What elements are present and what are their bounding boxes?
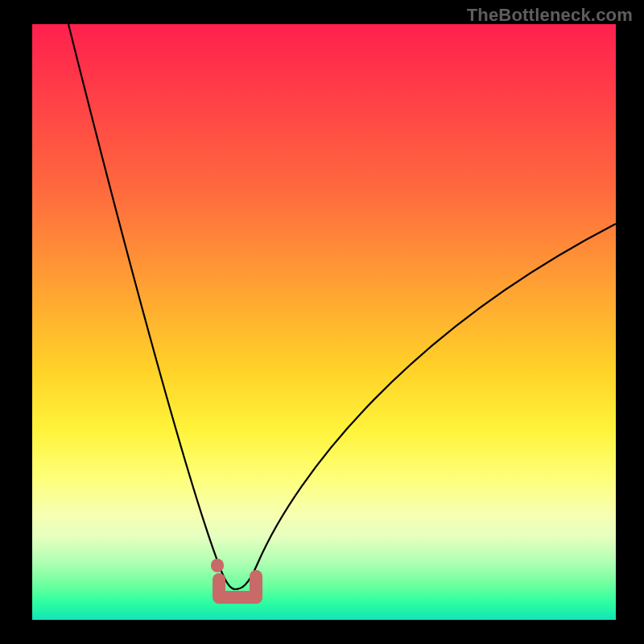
watermark-text: TheBottleneck.com xyxy=(467,5,633,26)
bracket-marker xyxy=(217,565,256,597)
plot-area xyxy=(32,24,616,620)
curve-path xyxy=(68,24,616,589)
bottleneck-curve xyxy=(32,24,616,620)
chart-frame: TheBottleneck.com xyxy=(0,0,644,644)
